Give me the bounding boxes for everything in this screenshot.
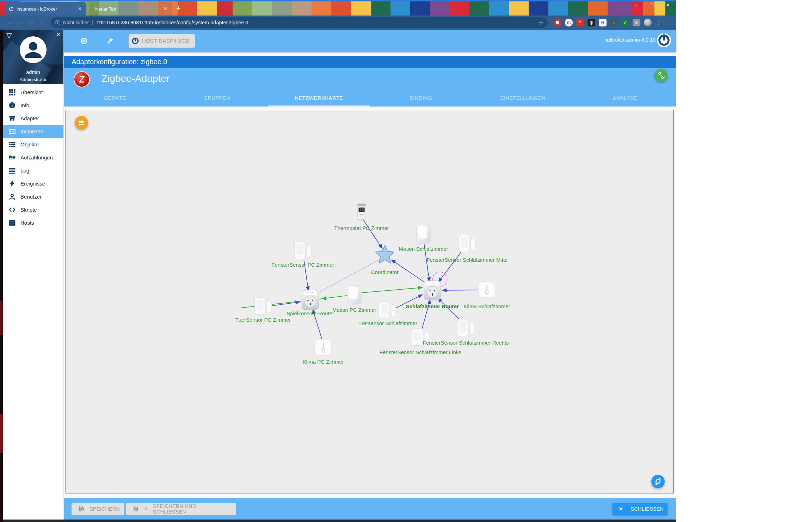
- back-icon[interactable]: ←: [5, 19, 16, 26]
- visibility-eye-icon[interactable]: [80, 37, 88, 45]
- admin-toolbar: HOST RASP4-8GB ioBroker.admin 4.0.10: [64, 30, 676, 52]
- map-node-motion-schlafzimmer[interactable]: [417, 225, 431, 244]
- sidebar-item-label: Objekte: [20, 141, 39, 147]
- sidebar-item-log[interactable]: Log: [3, 164, 63, 177]
- dialog-title: Adapterkonfiguration: zigbee.0: [72, 58, 167, 66]
- tab-netzwerkkarte[interactable]: NETZWERKKARTE: [268, 91, 370, 107]
- sidebar-item-objekte[interactable]: Objekte: [3, 138, 63, 151]
- reload-icon[interactable]: ↻: [26, 19, 37, 26]
- refresh-icon: [653, 477, 663, 486]
- map-node-schlafzimmer-router[interactable]: [424, 281, 441, 300]
- sidebar-item-adapter[interactable]: Adapter: [3, 112, 63, 125]
- tab-gruppen[interactable]: GRUPPEN: [166, 91, 268, 107]
- admin-sidebar: ▽ × admin Administrator Übersicht Info A…: [3, 30, 64, 522]
- puzzle-extension-icon[interactable]: [633, 19, 640, 26]
- tab-close-icon[interactable]: ×: [77, 6, 83, 12]
- browser-window: instances - ioBroker × Neuer Tab × + −□×…: [0, 0, 676, 522]
- window-close-icon[interactable]: ×: [660, 2, 676, 8]
- pairing-button[interactable]: [654, 69, 668, 82]
- profile-avatar-icon[interactable]: [644, 19, 652, 26]
- forward-icon[interactable]: →: [16, 19, 26, 26]
- browser-address-bar: ←→↻⌂ i Nicht sicher 192.168.0.236:8081/#…: [0, 16, 676, 30]
- grid-icon: [9, 89, 16, 96]
- map-node-fenstersensor-schlafzimmer-mitte[interactable]: [459, 235, 476, 252]
- sidebar-user-panel: ▽ × admin Administrator: [3, 30, 63, 84]
- map-menu-button[interactable]: [75, 116, 88, 129]
- admin-content: HOST RASP4-8GB ioBroker.admin 4.0.10 Ada…: [64, 30, 676, 522]
- browser-tab-new[interactable]: Neuer Tab ×: [89, 2, 172, 16]
- map-refresh-button[interactable]: [651, 475, 665, 488]
- browser-menu-icon[interactable]: ⋮: [656, 19, 662, 26]
- avatar[interactable]: [19, 36, 47, 65]
- wrench-icon[interactable]: [106, 37, 114, 45]
- url-text[interactable]: 192.168.0.236:8081/#tab-instances/config…: [96, 20, 536, 25]
- url-field[interactable]: i Nicht sicher 192.168.0.236:8081/#tab-i…: [51, 17, 548, 28]
- m-extension-icon[interactable]: m: [565, 19, 573, 26]
- sidebar-item-label: Skripte: [20, 207, 37, 213]
- map-node-thermostat-pc-zimmer[interactable]: 26: [357, 204, 366, 220]
- adapter-tab-bar: GERÄTEGRUPPENNETZWERKKARTEBINDINGEINSTEL…: [64, 91, 676, 107]
- tab-einstellungen[interactable]: EINSTELLUNGEN: [472, 91, 574, 107]
- map-node-label: Spielkonsole-Router: [287, 310, 334, 316]
- sidebar-item-ereignisse[interactable]: Ereignisse: [3, 177, 63, 190]
- sidebar-item-info[interactable]: Info: [3, 99, 63, 112]
- dim-extension-icon[interactable]: ♪: [610, 19, 618, 26]
- sidebar-item-instanzen[interactable]: Instanzen: [3, 125, 63, 138]
- sidebar-item-label: Ereignisse: [20, 181, 45, 187]
- sidebar-item-hosts[interactable]: Hosts: [3, 216, 63, 229]
- compact-menu-icon[interactable]: ▽: [6, 31, 12, 40]
- sidebar-item-benutzer[interactable]: Benutzer: [3, 190, 63, 203]
- window-minimize-icon[interactable]: −: [627, 2, 644, 8]
- map-edge: [438, 298, 462, 322]
- wand-extension-icon[interactable]: *: [576, 19, 584, 26]
- tab-geräte[interactable]: GERÄTE: [64, 91, 166, 107]
- save-and-close-button[interactable]: × SPEICHERN UND SCHLIESSEN: [126, 503, 236, 515]
- site-info-icon[interactable]: i: [55, 20, 60, 25]
- iobroker-logo-icon: [656, 32, 672, 49]
- map-node-motion-pc-zimmer[interactable]: [347, 285, 361, 304]
- map-node-klima-pc-zimmer[interactable]: [315, 339, 331, 356]
- browser-tab-active[interactable]: instances - ioBroker ×: [5, 2, 86, 16]
- map-edge: [363, 220, 382, 249]
- enums-icon: [9, 154, 16, 161]
- network-map-panel: 26 Thermostat PC Zimmer Coordinator Moti…: [66, 110, 673, 493]
- new-tab-button[interactable]: +: [176, 4, 181, 13]
- map-node-klima-schlafzimmer[interactable]: [479, 281, 495, 298]
- separator: [92, 20, 93, 25]
- map-node-tuersensor-pc-zimmer[interactable]: [255, 298, 272, 315]
- sidebar-item-skripte[interactable]: Skripte: [3, 203, 63, 216]
- hosts-icon: [9, 219, 16, 226]
- users-icon: [9, 193, 16, 200]
- save-button[interactable]: SPEICHERN: [72, 503, 124, 515]
- map-node-label: Schlafzimmer Router: [406, 303, 459, 309]
- host-button[interactable]: HOST RASP4-8GB: [129, 34, 195, 48]
- map-node-fenstersensor-pc-zimmer[interactable]: [294, 242, 311, 259]
- window-maximize-icon[interactable]: □: [644, 2, 660, 8]
- map-node-fenstersensor-schlafzimmer-rechts[interactable]: [457, 319, 474, 336]
- hamburger-icon: [79, 121, 84, 125]
- tab-analyse[interactable]: ANALYSE: [574, 91, 676, 107]
- map-edge: [438, 251, 462, 282]
- map-node-label: FensterSensor Schlafzimmer Mitte: [427, 257, 508, 263]
- check-extension-icon[interactable]: ✓: [621, 19, 629, 26]
- blocker-hand-extension-icon[interactable]: [554, 19, 561, 26]
- objects-icon: [9, 141, 16, 148]
- tab-title: instances - ioBroker: [17, 6, 77, 12]
- o-extension-icon[interactable]: ◎: [588, 19, 595, 26]
- map-node-tuersensor-schlafzimmer[interactable]: [379, 302, 396, 318]
- close-button[interactable]: × SCHLIESSEN: [613, 503, 668, 515]
- map-node-spielkonsole-router[interactable]: [302, 290, 319, 310]
- r-extension-icon[interactable]: R: [599, 19, 607, 26]
- active-tab-underline: [268, 105, 370, 107]
- sidebar-item-label: Übersicht: [20, 89, 43, 95]
- tab-close-icon[interactable]: ×: [162, 6, 168, 12]
- svg-text:26: 26: [359, 208, 364, 212]
- desktop-background-strip: [0, 30, 3, 522]
- home-icon[interactable]: ⌂: [37, 19, 47, 26]
- bookmark-star-icon[interactable]: ☆: [539, 19, 543, 26]
- sidebar-item-aufzaehlungen[interactable]: Aufzählungen: [3, 151, 63, 164]
- sidebar-item-uebersicht[interactable]: Übersicht: [3, 86, 63, 99]
- sidebar-close-icon[interactable]: ×: [56, 30, 61, 38]
- tab-binding[interactable]: BINDING: [370, 91, 472, 107]
- host-label: HOST RASP4-8GB: [142, 38, 189, 44]
